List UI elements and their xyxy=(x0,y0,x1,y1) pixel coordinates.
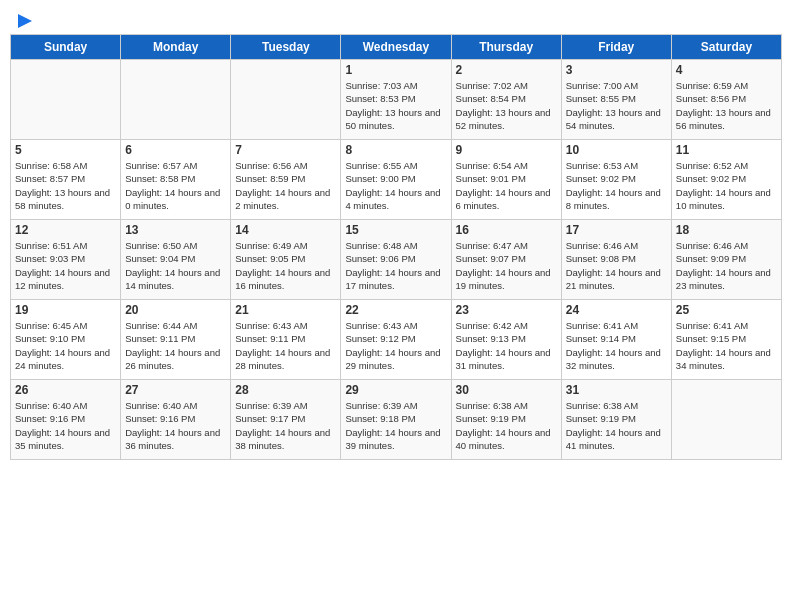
day-info: Sunrise: 6:39 AM Sunset: 9:17 PM Dayligh… xyxy=(235,399,336,452)
calendar-cell: 16Sunrise: 6:47 AM Sunset: 9:07 PM Dayli… xyxy=(451,220,561,300)
day-of-week-header: Thursday xyxy=(451,35,561,60)
calendar-cell: 20Sunrise: 6:44 AM Sunset: 9:11 PM Dayli… xyxy=(121,300,231,380)
day-of-week-header: Wednesday xyxy=(341,35,451,60)
day-info: Sunrise: 6:49 AM Sunset: 9:05 PM Dayligh… xyxy=(235,239,336,292)
calendar-table: SundayMondayTuesdayWednesdayThursdayFrid… xyxy=(10,34,782,460)
day-number: 31 xyxy=(566,383,667,397)
calendar-cell: 14Sunrise: 6:49 AM Sunset: 9:05 PM Dayli… xyxy=(231,220,341,300)
logo-arrow-icon xyxy=(16,12,34,30)
day-info: Sunrise: 6:43 AM Sunset: 9:12 PM Dayligh… xyxy=(345,319,446,372)
calendar-header-row: SundayMondayTuesdayWednesdayThursdayFrid… xyxy=(11,35,782,60)
day-info: Sunrise: 6:45 AM Sunset: 9:10 PM Dayligh… xyxy=(15,319,116,372)
day-info: Sunrise: 6:55 AM Sunset: 9:00 PM Dayligh… xyxy=(345,159,446,212)
calendar-cell: 18Sunrise: 6:46 AM Sunset: 9:09 PM Dayli… xyxy=(671,220,781,300)
day-number: 17 xyxy=(566,223,667,237)
day-info: Sunrise: 6:51 AM Sunset: 9:03 PM Dayligh… xyxy=(15,239,116,292)
calendar-cell xyxy=(671,380,781,460)
day-info: Sunrise: 6:41 AM Sunset: 9:14 PM Dayligh… xyxy=(566,319,667,372)
day-info: Sunrise: 6:48 AM Sunset: 9:06 PM Dayligh… xyxy=(345,239,446,292)
day-number: 5 xyxy=(15,143,116,157)
day-number: 8 xyxy=(345,143,446,157)
day-of-week-header: Monday xyxy=(121,35,231,60)
calendar-cell: 13Sunrise: 6:50 AM Sunset: 9:04 PM Dayli… xyxy=(121,220,231,300)
day-info: Sunrise: 6:40 AM Sunset: 9:16 PM Dayligh… xyxy=(125,399,226,452)
day-number: 15 xyxy=(345,223,446,237)
day-of-week-header: Saturday xyxy=(671,35,781,60)
day-number: 20 xyxy=(125,303,226,317)
calendar-cell xyxy=(11,60,121,140)
calendar-cell: 19Sunrise: 6:45 AM Sunset: 9:10 PM Dayli… xyxy=(11,300,121,380)
calendar-cell: 12Sunrise: 6:51 AM Sunset: 9:03 PM Dayli… xyxy=(11,220,121,300)
day-number: 18 xyxy=(676,223,777,237)
calendar-cell: 10Sunrise: 6:53 AM Sunset: 9:02 PM Dayli… xyxy=(561,140,671,220)
calendar-cell: 27Sunrise: 6:40 AM Sunset: 9:16 PM Dayli… xyxy=(121,380,231,460)
day-info: Sunrise: 6:39 AM Sunset: 9:18 PM Dayligh… xyxy=(345,399,446,452)
day-info: Sunrise: 6:40 AM Sunset: 9:16 PM Dayligh… xyxy=(15,399,116,452)
calendar-week-row: 12Sunrise: 6:51 AM Sunset: 9:03 PM Dayli… xyxy=(11,220,782,300)
day-number: 19 xyxy=(15,303,116,317)
day-info: Sunrise: 6:43 AM Sunset: 9:11 PM Dayligh… xyxy=(235,319,336,372)
day-number: 13 xyxy=(125,223,226,237)
day-number: 22 xyxy=(345,303,446,317)
day-info: Sunrise: 6:46 AM Sunset: 9:08 PM Dayligh… xyxy=(566,239,667,292)
calendar-week-row: 26Sunrise: 6:40 AM Sunset: 9:16 PM Dayli… xyxy=(11,380,782,460)
calendar-week-row: 19Sunrise: 6:45 AM Sunset: 9:10 PM Dayli… xyxy=(11,300,782,380)
day-number: 4 xyxy=(676,63,777,77)
day-info: Sunrise: 6:46 AM Sunset: 9:09 PM Dayligh… xyxy=(676,239,777,292)
day-number: 24 xyxy=(566,303,667,317)
calendar-cell: 11Sunrise: 6:52 AM Sunset: 9:02 PM Dayli… xyxy=(671,140,781,220)
day-info: Sunrise: 6:42 AM Sunset: 9:13 PM Dayligh… xyxy=(456,319,557,372)
day-number: 9 xyxy=(456,143,557,157)
day-number: 28 xyxy=(235,383,336,397)
calendar-cell: 7Sunrise: 6:56 AM Sunset: 8:59 PM Daylig… xyxy=(231,140,341,220)
calendar-cell xyxy=(121,60,231,140)
day-number: 26 xyxy=(15,383,116,397)
day-number: 10 xyxy=(566,143,667,157)
day-of-week-header: Tuesday xyxy=(231,35,341,60)
calendar-cell: 17Sunrise: 6:46 AM Sunset: 9:08 PM Dayli… xyxy=(561,220,671,300)
day-number: 29 xyxy=(345,383,446,397)
calendar-cell: 23Sunrise: 6:42 AM Sunset: 9:13 PM Dayli… xyxy=(451,300,561,380)
day-info: Sunrise: 6:38 AM Sunset: 9:19 PM Dayligh… xyxy=(456,399,557,452)
day-of-week-header: Sunday xyxy=(11,35,121,60)
day-number: 25 xyxy=(676,303,777,317)
calendar-cell: 30Sunrise: 6:38 AM Sunset: 9:19 PM Dayli… xyxy=(451,380,561,460)
day-number: 6 xyxy=(125,143,226,157)
day-info: Sunrise: 7:00 AM Sunset: 8:55 PM Dayligh… xyxy=(566,79,667,132)
day-number: 23 xyxy=(456,303,557,317)
calendar-cell: 3Sunrise: 7:00 AM Sunset: 8:55 PM Daylig… xyxy=(561,60,671,140)
logo xyxy=(14,10,34,26)
calendar-cell: 8Sunrise: 6:55 AM Sunset: 9:00 PM Daylig… xyxy=(341,140,451,220)
calendar-cell: 29Sunrise: 6:39 AM Sunset: 9:18 PM Dayli… xyxy=(341,380,451,460)
day-info: Sunrise: 6:56 AM Sunset: 8:59 PM Dayligh… xyxy=(235,159,336,212)
day-number: 21 xyxy=(235,303,336,317)
day-number: 11 xyxy=(676,143,777,157)
calendar-cell: 28Sunrise: 6:39 AM Sunset: 9:17 PM Dayli… xyxy=(231,380,341,460)
day-of-week-header: Friday xyxy=(561,35,671,60)
calendar-cell: 6Sunrise: 6:57 AM Sunset: 8:58 PM Daylig… xyxy=(121,140,231,220)
day-number: 12 xyxy=(15,223,116,237)
day-info: Sunrise: 6:57 AM Sunset: 8:58 PM Dayligh… xyxy=(125,159,226,212)
day-info: Sunrise: 6:50 AM Sunset: 9:04 PM Dayligh… xyxy=(125,239,226,292)
day-info: Sunrise: 6:44 AM Sunset: 9:11 PM Dayligh… xyxy=(125,319,226,372)
day-number: 16 xyxy=(456,223,557,237)
day-number: 3 xyxy=(566,63,667,77)
day-info: Sunrise: 7:03 AM Sunset: 8:53 PM Dayligh… xyxy=(345,79,446,132)
calendar-week-row: 1Sunrise: 7:03 AM Sunset: 8:53 PM Daylig… xyxy=(11,60,782,140)
svg-marker-0 xyxy=(18,14,32,28)
calendar-cell: 25Sunrise: 6:41 AM Sunset: 9:15 PM Dayli… xyxy=(671,300,781,380)
day-info: Sunrise: 6:53 AM Sunset: 9:02 PM Dayligh… xyxy=(566,159,667,212)
calendar-cell: 22Sunrise: 6:43 AM Sunset: 9:12 PM Dayli… xyxy=(341,300,451,380)
day-info: Sunrise: 7:02 AM Sunset: 8:54 PM Dayligh… xyxy=(456,79,557,132)
calendar-cell: 4Sunrise: 6:59 AM Sunset: 8:56 PM Daylig… xyxy=(671,60,781,140)
calendar-cell xyxy=(231,60,341,140)
calendar-cell: 21Sunrise: 6:43 AM Sunset: 9:11 PM Dayli… xyxy=(231,300,341,380)
calendar-cell: 5Sunrise: 6:58 AM Sunset: 8:57 PM Daylig… xyxy=(11,140,121,220)
day-info: Sunrise: 6:41 AM Sunset: 9:15 PM Dayligh… xyxy=(676,319,777,372)
day-number: 7 xyxy=(235,143,336,157)
day-number: 14 xyxy=(235,223,336,237)
day-number: 2 xyxy=(456,63,557,77)
calendar-cell: 31Sunrise: 6:38 AM Sunset: 9:19 PM Dayli… xyxy=(561,380,671,460)
day-info: Sunrise: 6:47 AM Sunset: 9:07 PM Dayligh… xyxy=(456,239,557,292)
calendar-cell: 24Sunrise: 6:41 AM Sunset: 9:14 PM Dayli… xyxy=(561,300,671,380)
